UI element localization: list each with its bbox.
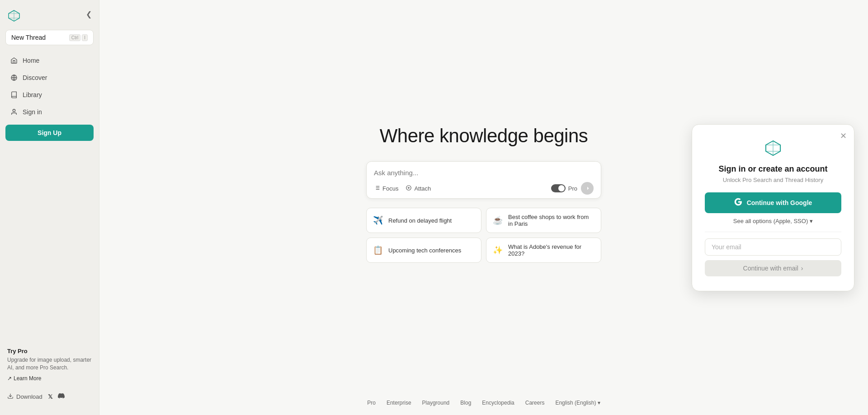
svg-point-1 (13, 109, 15, 112)
continue-email-label: Continue with email (743, 265, 798, 272)
sidebar-item-library-label: Library (23, 91, 42, 98)
coffee-icon: ☕ (493, 215, 504, 225)
collapse-sidebar-button[interactable]: ❮ (84, 8, 94, 20)
footer-link-enterprise[interactable]: Enterprise (387, 400, 411, 406)
chevron-down-icon: ▾ (810, 218, 813, 224)
footer-link-language[interactable]: English (English) ▾ (555, 400, 600, 406)
continue-email-button[interactable]: Continue with email › (705, 260, 841, 276)
home-icon (10, 56, 18, 65)
attach-icon (406, 185, 412, 192)
email-input[interactable] (705, 238, 841, 256)
attach-button[interactable]: Attach (406, 185, 431, 192)
suggestions-grid: ✈️ Refund on delayed flight ☕ Best coffe… (366, 208, 601, 263)
modal-subtitle: Unlock Pro Search and Thread History (705, 177, 841, 183)
sidebar-item-home-label: Home (23, 57, 39, 64)
suggestion-conferences-label: Upcoming tech conferences (388, 247, 461, 254)
suggestion-coffee-label: Best coffee shops to work from in Paris (508, 214, 594, 227)
footer-link-pro[interactable]: Pro (367, 400, 376, 406)
modal-logo (705, 139, 841, 157)
sidebar: ❮ New Thread Ctrl I Home Discover (0, 0, 99, 415)
try-pro-title: Try Pro (7, 348, 92, 354)
sidebar-item-home[interactable]: Home (5, 52, 94, 69)
download-label: Download (16, 393, 42, 400)
attach-label: Attach (414, 185, 431, 192)
new-thread-label: New Thread (11, 34, 46, 41)
ctrl-key: Ctrl (69, 34, 81, 41)
new-thread-button[interactable]: New Thread Ctrl I (5, 30, 94, 45)
hero-title: Where knowledge begins (380, 125, 588, 147)
focus-label: Focus (382, 185, 398, 192)
suggestion-refund-label: Refund on delayed flight (388, 217, 452, 224)
pro-toggle[interactable]: Pro (551, 184, 577, 192)
try-pro-description: Upgrade for image upload, smarter AI, an… (7, 356, 92, 372)
focus-button[interactable]: Focus (374, 185, 398, 192)
search-box: Focus Attach (366, 161, 601, 199)
toggle-switch (551, 184, 566, 192)
new-thread-shortcut: Ctrl I (69, 34, 88, 41)
calendar-icon: 📋 (373, 245, 384, 255)
search-toolbar-right: Pro (551, 182, 594, 195)
search-toolbar: Focus Attach (374, 182, 594, 195)
logo (5, 7, 94, 30)
search-send-button[interactable] (581, 182, 594, 195)
modal-divider (705, 232, 841, 232)
footer-link-blog[interactable]: Blog (460, 400, 471, 406)
sparkle-icon: ✨ (493, 245, 504, 255)
focus-icon (374, 185, 380, 192)
arrow-right-icon: › (801, 265, 803, 272)
footer-link-playground[interactable]: Playground (422, 400, 450, 406)
pro-label: Pro (568, 185, 577, 192)
see-all-options-label: See all options (Apple, SSO) (733, 218, 808, 224)
discord-icon (58, 392, 65, 401)
airplane-icon: ✈️ (373, 215, 384, 225)
footer: Pro Enterprise Playground Blog Encyclope… (367, 400, 600, 406)
perplexity-logo-icon (7, 9, 21, 23)
see-all-options[interactable]: See all options (Apple, SSO) ▾ (705, 218, 841, 224)
download-row: Download 𝕏 (5, 389, 94, 404)
globe-icon (10, 74, 18, 82)
suggestion-adobe[interactable]: ✨ What is Adobe's revenue for 2023? (486, 238, 601, 263)
arrow-up-right-icon: ↗ (7, 375, 12, 382)
chevron-down-icon: ▾ (598, 400, 600, 406)
modal-close-button[interactable]: ✕ (838, 130, 849, 142)
sidebar-item-signin[interactable]: Sign in (5, 104, 94, 120)
try-pro-section: Try Pro Upgrade for image upload, smarte… (5, 344, 94, 389)
sidebar-item-library[interactable]: Library (5, 87, 94, 103)
google-signin-label: Continue with Google (747, 199, 812, 206)
learn-more-label: Learn More (14, 375, 41, 382)
suggestion-conferences[interactable]: 📋 Upcoming tech conferences (366, 238, 481, 263)
signup-button[interactable]: Sign Up (5, 125, 94, 141)
user-icon (10, 108, 18, 116)
close-icon: ✕ (840, 131, 847, 140)
discord-link[interactable] (58, 392, 65, 401)
search-toolbar-left: Focus Attach (374, 185, 431, 192)
google-signin-button[interactable]: Continue with Google (705, 192, 841, 213)
suggestion-adobe-label: What is Adobe's revenue for 2023? (508, 243, 594, 257)
book-icon (10, 91, 18, 99)
google-icon (734, 198, 742, 208)
signin-card: ✕ Sign in or create an account Unlock Pr… (692, 124, 854, 291)
download-icon (7, 393, 14, 401)
download-item[interactable]: Download (7, 393, 42, 401)
modal-title: Sign in or create an account (705, 164, 841, 174)
search-input[interactable] (374, 169, 594, 177)
i-key: I (82, 34, 88, 41)
modal-perplexity-icon (764, 139, 782, 157)
sidebar-item-discover[interactable]: Discover (5, 70, 94, 86)
footer-link-encyclopedia[interactable]: Encyclopedia (482, 400, 514, 406)
twitter-link[interactable]: 𝕏 (48, 393, 52, 400)
suggestion-refund[interactable]: ✈️ Refund on delayed flight (366, 208, 481, 233)
footer-language-label: English (English) (555, 400, 596, 406)
sidebar-item-discover-label: Discover (23, 74, 47, 81)
toggle-knob (558, 185, 565, 191)
sidebar-item-signin-label: Sign in (23, 108, 42, 116)
footer-link-careers[interactable]: Careers (525, 400, 545, 406)
sidebar-bottom: Try Pro Upgrade for image upload, smarte… (5, 344, 94, 408)
suggestion-coffee[interactable]: ☕ Best coffee shops to work from in Pari… (486, 208, 601, 233)
twitter-icon: 𝕏 (48, 393, 52, 400)
learn-more-button[interactable]: ↗ Learn More (7, 375, 41, 382)
